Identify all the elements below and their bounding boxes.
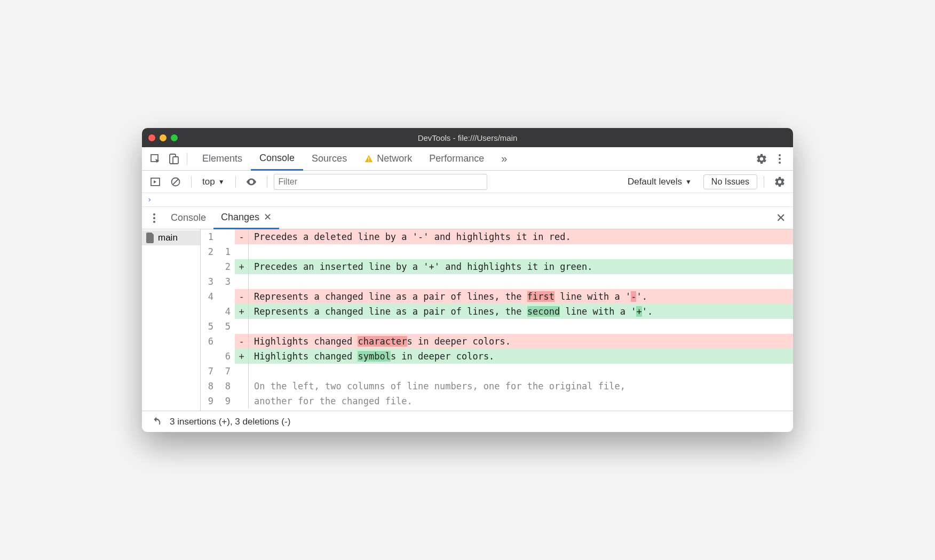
changes-panel: main 1-Precedes a deleted line by a '-' … xyxy=(142,229,793,411)
line-number-original: 6 xyxy=(201,334,218,349)
diff-line: 21 xyxy=(201,244,793,259)
clear-console-button[interactable] xyxy=(167,173,185,191)
diff-code: Precedes a deleted line by a '-' and hig… xyxy=(249,229,793,244)
line-number-changed: 8 xyxy=(218,379,235,394)
diff-code xyxy=(249,364,793,379)
diff-sign: + xyxy=(235,349,249,364)
drawer-more-button[interactable] xyxy=(145,209,163,227)
divider xyxy=(267,176,267,188)
diff-sign: - xyxy=(235,289,249,304)
divider xyxy=(191,176,192,188)
diff-code xyxy=(249,319,793,334)
divider xyxy=(235,176,236,188)
execution-context-selector[interactable]: top ▼ xyxy=(198,174,229,189)
console-settings-button[interactable] xyxy=(771,173,789,191)
clear-icon xyxy=(170,177,181,187)
diff-line: 99another for the changed file. xyxy=(201,394,793,409)
titlebar: DevTools - file:///Users/main xyxy=(142,128,793,147)
diff-line: 55 xyxy=(201,319,793,334)
device-icon xyxy=(168,154,179,164)
diff-line: 6-Highlights changed characters in deepe… xyxy=(201,334,793,349)
line-number-original: 9 xyxy=(201,394,218,409)
tab-console[interactable]: Console xyxy=(251,147,303,171)
diff-code: Precedes an inserted line by a '+' and h… xyxy=(249,259,793,274)
issues-button[interactable]: No Issues xyxy=(703,174,757,189)
diff-sign xyxy=(235,274,249,289)
divider xyxy=(764,176,764,188)
diff-code: another for the changed file. xyxy=(249,394,793,409)
window-minimize-button[interactable] xyxy=(160,134,167,141)
close-tab-button[interactable]: ✕ xyxy=(264,211,272,223)
line-number-changed: 2 xyxy=(218,259,235,274)
drawer-tab-changes[interactable]: Changes ✕ xyxy=(213,206,279,229)
changes-file-item[interactable]: main xyxy=(142,230,200,245)
tab-performance[interactable]: Performance xyxy=(421,147,493,171)
more-options-button[interactable] xyxy=(771,150,789,168)
diff-line: 88On the left, two columns of line numbe… xyxy=(201,379,793,394)
line-number-changed: 3 xyxy=(218,274,235,289)
main-tabs: Elements Console Sources Network Perform… xyxy=(194,147,516,171)
line-number-changed: 9 xyxy=(218,394,235,409)
chevron-down-icon: ▼ xyxy=(685,178,692,186)
drawer-tab-console[interactable]: Console xyxy=(163,207,213,228)
diff-sign: - xyxy=(235,334,249,349)
undo-icon xyxy=(150,416,162,428)
diff-code: Represents a changed line as a pair of l… xyxy=(249,304,793,319)
drawer-tabs: Console Changes ✕ ✕ xyxy=(142,207,793,229)
tab-more-tabs[interactable]: » xyxy=(493,147,516,171)
line-number-changed: 1 xyxy=(218,244,235,259)
settings-button[interactable] xyxy=(752,150,771,168)
traffic-lights xyxy=(148,134,178,141)
diff-line: 6+Highlights changed symbols in deeper c… xyxy=(201,349,793,364)
diff-code: On the left, two columns of line numbers… xyxy=(249,379,793,394)
diff-sign: + xyxy=(235,259,249,274)
line-number-changed: 7 xyxy=(218,364,235,379)
log-levels-selector[interactable]: Default levels ▼ xyxy=(622,177,697,187)
line-number-original: 3 xyxy=(201,274,218,289)
window-title: DevTools - file:///Users/main xyxy=(142,133,793,142)
kebab-icon xyxy=(149,209,160,227)
svg-rect-4 xyxy=(368,161,369,162)
device-toolbar-button[interactable] xyxy=(164,150,183,168)
devtools-window: DevTools - file:///Users/main Elements C… xyxy=(142,128,793,432)
diff-code: Represents a changed line as a pair of l… xyxy=(249,289,793,304)
eye-icon xyxy=(245,176,257,188)
changes-footer: 3 insertions (+), 3 deletions (-) xyxy=(142,411,793,432)
svg-rect-3 xyxy=(368,157,369,160)
live-expressions-button[interactable] xyxy=(242,173,260,191)
line-number-original: 1 xyxy=(201,229,218,244)
revert-button[interactable] xyxy=(150,413,162,431)
chevron-down-icon: ▼ xyxy=(218,178,225,186)
line-number-original: 5 xyxy=(201,319,218,334)
changes-summary: 3 insertions (+), 3 deletions (-) xyxy=(170,417,290,427)
svg-line-7 xyxy=(173,179,178,185)
diff-viewer[interactable]: 1-Precedes a deleted line by a '-' and h… xyxy=(201,229,793,411)
diff-line: 33 xyxy=(201,274,793,289)
tab-sources[interactable]: Sources xyxy=(303,147,355,171)
console-filter-input[interactable] xyxy=(274,174,487,190)
line-number-changed: 4 xyxy=(218,304,235,319)
line-number-changed: 6 xyxy=(218,349,235,364)
diff-line: 77 xyxy=(201,364,793,379)
gear-icon xyxy=(774,176,786,188)
svg-rect-2 xyxy=(173,157,178,164)
diff-code: Highlights changed symbols in deeper col… xyxy=(249,349,793,364)
diff-sign: - xyxy=(235,229,249,244)
diff-line: 1-Precedes a deleted line by a '-' and h… xyxy=(201,229,793,244)
drawer-close-button[interactable]: ✕ xyxy=(772,209,790,227)
diff-sign xyxy=(235,244,249,259)
diff-code: Highlights changed characters in deeper … xyxy=(249,334,793,349)
tab-network[interactable]: Network xyxy=(355,147,421,171)
console-prompt[interactable]: › xyxy=(142,193,793,207)
line-number-original: 8 xyxy=(201,379,218,394)
tab-elements[interactable]: Elements xyxy=(194,147,251,171)
diff-sign xyxy=(235,319,249,334)
diff-line: 2+Precedes an inserted line by a '+' and… xyxy=(201,259,793,274)
warning-icon xyxy=(364,154,374,164)
diff-sign xyxy=(235,364,249,379)
window-close-button[interactable] xyxy=(148,134,155,141)
window-zoom-button[interactable] xyxy=(171,134,178,141)
inspect-element-button[interactable] xyxy=(146,150,164,168)
console-sidebar-toggle[interactable] xyxy=(146,173,164,191)
diff-sign: + xyxy=(235,304,249,319)
